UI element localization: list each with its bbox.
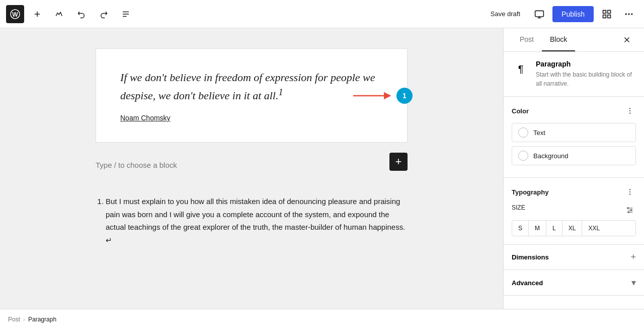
size-m-button[interactable]: M — [529, 221, 546, 236]
svg-rect-12 — [608, 15, 611, 18]
badge-1: 1 — [396, 88, 413, 104]
advanced-title: Advanced — [512, 279, 543, 287]
quote-block-wrapper: If we don't believe in freedom of expres… — [96, 48, 408, 143]
list-block[interactable]: But I must explain to you how all this m… — [96, 187, 408, 256]
editor-content: If we don't believe in freedom of expres… — [96, 48, 408, 256]
background-color-option[interactable]: Background — [512, 146, 636, 165]
size-s-button[interactable]: S — [512, 221, 529, 236]
dimensions-title: Dimensions — [512, 253, 549, 261]
text-color-option[interactable]: Text — [512, 123, 636, 142]
svg-point-28 — [629, 193, 631, 195]
list-view-button[interactable] — [117, 5, 135, 23]
sidebar: Post Block ¶ Paragraph Start with the ba… — [503, 28, 644, 309]
close-icon — [622, 35, 631, 44]
main-layout: If we don't believe in freedom of expres… — [0, 28, 644, 309]
svg-point-14 — [625, 13, 627, 15]
add-block-toolbar-button[interactable] — [28, 5, 46, 23]
breadcrumb-paragraph: Paragraph — [28, 316, 56, 323]
svg-point-23 — [629, 108, 631, 109]
main-toolbar: W Save draft Publish — [0, 0, 644, 28]
block-info: ¶ Paragraph Start with the basic buildin… — [504, 52, 644, 97]
background-color-radio[interactable] — [518, 151, 528, 161]
type-block-hint: Type / to choose a block — [96, 157, 177, 173]
block-title: Paragraph — [536, 60, 636, 68]
svg-rect-11 — [608, 10, 611, 13]
undo-button[interactable] — [72, 5, 91, 23]
dimensions-expand-icon: + — [630, 252, 636, 262]
breadcrumb-post[interactable]: Post — [8, 316, 20, 323]
return-icon: ↵ — [106, 236, 112, 244]
svg-point-33 — [630, 210, 632, 211]
advanced-header[interactable]: Advanced ▾ — [512, 277, 636, 288]
block-info-text: Paragraph Start with the basic building … — [536, 60, 636, 88]
quote-footnote: 1 — [278, 87, 283, 97]
svg-point-15 — [628, 13, 629, 15]
block-description: Start with the basic building block of a… — [536, 70, 636, 88]
breadcrumb: Post › Paragraph — [0, 309, 644, 329]
annotation-area: Typ additional information 2 But I must … — [96, 187, 408, 256]
size-l-button[interactable]: L — [546, 221, 562, 236]
svg-point-34 — [628, 212, 629, 213]
advanced-section: Advanced ▾ — [504, 270, 644, 296]
text-color-radio[interactable] — [518, 127, 528, 138]
arrow-1-icon — [353, 90, 393, 102]
svg-rect-13 — [603, 15, 606, 18]
more-vertical-icon — [626, 107, 634, 115]
more-options-button[interactable] — [620, 5, 638, 23]
svg-point-24 — [629, 110, 631, 112]
dimensions-header[interactable]: Dimensions + — [512, 252, 636, 262]
svg-point-27 — [629, 191, 631, 193]
paragraph-icon: ¶ — [512, 60, 530, 78]
svg-point-32 — [627, 208, 629, 209]
tab-block[interactable]: Block — [542, 28, 575, 51]
text-color-label: Text — [533, 129, 545, 137]
breadcrumb-separator: › — [23, 316, 25, 323]
quote-citation: Noam Chomsky — [120, 114, 383, 122]
color-menu-button[interactable] — [624, 105, 636, 117]
more-vertical-icon-2 — [626, 188, 634, 196]
color-section: Color Text Background — [504, 97, 644, 178]
size-xl-button[interactable]: XL — [562, 221, 583, 236]
preview-button[interactable] — [530, 5, 548, 23]
svg-rect-7 — [535, 11, 544, 17]
size-xxl-button[interactable]: XXL — [582, 221, 606, 236]
list-item: But I must explain to you how all this m… — [106, 195, 408, 246]
color-section-title: Color — [512, 107, 529, 115]
quote-text: If we don't believe in freedom of expres… — [120, 69, 383, 104]
tab-post[interactable]: Post — [512, 28, 542, 51]
svg-point-16 — [631, 13, 632, 15]
typography-section-header: Typography — [512, 186, 636, 198]
redo-button[interactable] — [95, 5, 113, 23]
advanced-expand-icon: ▾ — [631, 277, 636, 288]
size-row: SIZE — [512, 204, 636, 216]
publish-button[interactable]: Publish — [552, 6, 594, 22]
typography-section: Typography SIZE S M L XL XXL — [504, 178, 644, 245]
annotation-1: 1 — [353, 88, 413, 104]
close-sidebar-button[interactable] — [618, 31, 636, 49]
wp-logo: W — [6, 5, 24, 23]
typography-menu-button[interactable] — [624, 186, 636, 198]
sliders-icon — [626, 206, 634, 214]
type-hint-row: Type / to choose a block + — [96, 151, 408, 183]
svg-text:W: W — [12, 11, 18, 18]
add-block-button[interactable]: + — [389, 153, 408, 171]
dimensions-section: Dimensions + — [504, 245, 644, 270]
settings-button[interactable] — [598, 5, 616, 23]
background-color-label: Background — [533, 152, 568, 160]
save-draft-button[interactable]: Save draft — [485, 6, 526, 22]
tools-button[interactable] — [50, 5, 68, 23]
sidebar-tabs: Post Block — [504, 28, 644, 52]
svg-point-25 — [629, 112, 631, 114]
size-buttons: S M L XL XXL — [512, 220, 636, 236]
color-section-header: Color — [512, 105, 636, 117]
typography-section-title: Typography — [512, 188, 548, 196]
size-adjust-button[interactable] — [624, 204, 636, 216]
size-label: SIZE — [512, 204, 525, 211]
svg-rect-10 — [603, 10, 606, 13]
editor-area[interactable]: If we don't believe in freedom of expres… — [0, 28, 503, 309]
svg-point-26 — [629, 189, 631, 190]
